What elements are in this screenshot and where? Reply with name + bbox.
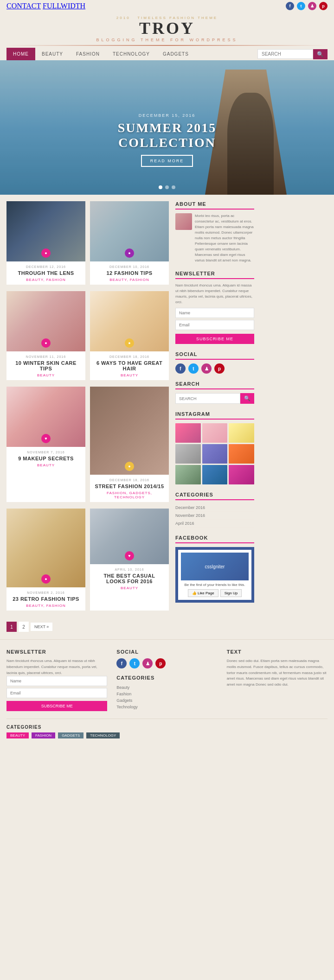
sidebar: ABOUT ME Morbi leo risus, porta ac conse… [175, 201, 254, 617]
post-title-3[interactable]: 10 WINTER SKIN CARE TIPS [10, 360, 82, 371]
instagram-thumb-8[interactable] [202, 465, 228, 484]
post-categories-8[interactable]: BEAUTY [94, 586, 165, 590]
instagram-thumb-5[interactable] [202, 444, 228, 464]
sidebar-newsletter-text: Nam tincidunt rhoncus uma. Aliquam id ma… [175, 283, 254, 305]
sidebar-pinterest-icon[interactable]: p [214, 363, 225, 374]
post-title-6[interactable]: STREET FASHION 2014/15 [94, 484, 165, 489]
post-date-1: DECEMBER 12, 2016 [10, 265, 82, 268]
post-title-5[interactable]: 9 MAKEUP SECRETS [10, 456, 82, 461]
footer-social-categories-section: SOCIAL f t ♟ p CATEGORIES Beauty Fashion… [116, 649, 217, 711]
post-categories-2[interactable]: BEAUTY, FASHION [94, 278, 165, 282]
instagram-thumb-7[interactable] [175, 465, 201, 484]
sidebar-subscribe-button[interactable]: SUBSCRIBE ME [175, 334, 254, 344]
page-1[interactable]: 1 [6, 622, 17, 632]
footer-grid: NEWSLETTER Nam tincidunt rhoncus uma. Al… [6, 649, 328, 711]
sidebar-twitter-icon[interactable]: t [188, 363, 199, 374]
footer-cat-technology[interactable]: Technology [116, 704, 217, 710]
post-categories-4[interactable]: BEAUTY [94, 373, 165, 377]
post-meta-5: NOVEMBER 7, 2016 9 MAKEUP SECRETS BEAUTY [6, 447, 85, 470]
sidebar-instagram-icon[interactable]: ♟ [201, 363, 212, 374]
sidebar-search-input[interactable] [175, 393, 240, 404]
nav-fashion[interactable]: FASHION [70, 48, 106, 60]
post-categories-6[interactable]: FASHION, GADGETS, TECHNOLOGY [94, 491, 165, 499]
post-card-3: ● NOVEMBER 11, 2016 10 WINTER SKIN CARE … [6, 291, 85, 380]
nav-search-button[interactable]: 🔍 [313, 49, 328, 59]
footer-tag-technology[interactable]: TECHNOLOGY [86, 732, 120, 738]
post-categories-1[interactable]: BEAUTY, FASHION [10, 278, 82, 282]
footer-newsletter-email[interactable] [6, 688, 107, 698]
nav-beauty[interactable]: BEAUTY [35, 48, 70, 60]
footer-twitter-icon[interactable]: t [129, 658, 140, 668]
footer-cat-beauty[interactable]: Beauty [116, 684, 217, 691]
footer-subscribe-button[interactable]: SUBSCRIBE ME [6, 701, 107, 711]
footer: NEWSLETTER Nam tincidunt rhoncus uma. Al… [0, 639, 334, 745]
pagination: 1 2 NEXT » [0, 617, 334, 639]
post-title-2[interactable]: 12 FASHION TIPS [94, 270, 165, 276]
page-2[interactable]: 2 [19, 622, 29, 632]
sidebar-about: ABOUT ME Morbi leo risus, porta ac conse… [175, 201, 254, 263]
post-categories-5[interactable]: BEAUTY [10, 463, 82, 467]
category-item-dec[interactable]: December 2016 [175, 504, 254, 512]
footer-tag-gadgets[interactable]: GADGETS [58, 732, 84, 738]
sidebar-facebook-icon[interactable]: f [175, 363, 186, 374]
post-title-8[interactable]: THE BEST CASUAL LOOKS FOR 2016 [94, 573, 165, 584]
categories-list: December 2016 November 2016 April 2016 [175, 504, 254, 528]
instagram-thumb-3[interactable] [229, 423, 254, 443]
post-title-4[interactable]: 6 WAYS TO HAVE GREAT HAIR [94, 360, 165, 371]
nav-gadgets[interactable]: GADGETS [156, 48, 195, 60]
post-title-7[interactable]: 23 RETRO FASHION TIPS [10, 596, 82, 602]
sidebar-newsletter-email[interactable] [175, 320, 254, 330]
post-card-5: ♥ NOVEMBER 7, 2016 9 MAKEUP SECRETS BEAU… [6, 387, 85, 502]
post-icon-phone-7: ● [41, 574, 51, 584]
footer-tag-beauty[interactable]: BEAUTY [6, 732, 29, 738]
pinterest-social-icon[interactable]: p [319, 2, 328, 10]
post-date-3: NOVEMBER 11, 2016 [10, 355, 82, 358]
post-icon-camera-2: ● [125, 248, 134, 258]
main-nav: HOME BEAUTY FASHION TECHNOLOGY GADGETS 🔍 [0, 48, 334, 60]
sidebar-newsletter-name[interactable] [175, 308, 254, 318]
facebook-like-button[interactable]: 👍 Like Page [188, 589, 218, 597]
post-icon-camera-1: ● [41, 248, 51, 258]
facebook-social-icon[interactable]: f [286, 2, 294, 10]
facebook-signup-button[interactable]: Sign Up [220, 589, 242, 597]
hero-read-more-button[interactable]: READ MORE [141, 155, 193, 167]
top-bar-links: CONTACT FULLWIDTH [6, 2, 85, 10]
hero-dot-1[interactable] [159, 185, 162, 189]
nav-search-input[interactable] [257, 49, 313, 59]
fullwidth-link[interactable]: FULLWIDTH [43, 2, 85, 10]
footer-cat-gadgets[interactable]: Gadgets [116, 697, 217, 704]
sidebar-search-title: SEARCH [175, 381, 254, 389]
footer-facebook-icon[interactable]: f [116, 658, 127, 668]
footer-social-icons: f t ♟ p [116, 658, 217, 668]
post-date-5: NOVEMBER 7, 2016 [10, 451, 82, 454]
instagram-social-icon[interactable]: ♟ [308, 2, 316, 10]
category-item-nov[interactable]: November 2016 [175, 512, 254, 520]
facebook-page-image: cssIgniter [181, 553, 249, 580]
post-date-6: DECEMBER 18, 2016 [94, 478, 165, 482]
footer-categories-title: CATEGORIES [116, 675, 217, 681]
footer-pinterest-icon[interactable]: p [155, 658, 166, 668]
footer-instagram-icon[interactable]: ♟ [142, 658, 153, 668]
footer-newsletter-name[interactable] [6, 676, 107, 686]
nav-technology[interactable]: TECHNOLOGY [106, 48, 156, 60]
site-logo[interactable]: TROY [0, 20, 334, 37]
category-item-apr[interactable]: April 2016 [175, 520, 254, 528]
contact-link[interactable]: CONTACT [6, 2, 41, 10]
post-categories-3[interactable]: BEAUTY [10, 373, 82, 377]
nav-home[interactable]: HOME [6, 48, 35, 60]
pagination-next[interactable]: NEXT » [31, 623, 52, 631]
instagram-thumb-2[interactable] [202, 423, 228, 443]
post-title-1[interactable]: THROUGH THE LENS [10, 270, 82, 276]
footer-tag-fashion[interactable]: FASHION [32, 732, 55, 738]
instagram-thumb-4[interactable] [175, 444, 201, 464]
hero-dot-2[interactable] [165, 185, 169, 189]
instagram-thumb-6[interactable] [229, 444, 254, 464]
twitter-social-icon[interactable]: t [297, 2, 305, 10]
instagram-thumb-9[interactable] [229, 465, 254, 484]
instagram-thumb-1[interactable] [175, 423, 201, 443]
hero-dot-3[interactable] [172, 185, 175, 189]
footer-cat-fashion[interactable]: Fashion [116, 691, 217, 697]
post-categories-7[interactable]: BEAUTY, FASHION [10, 604, 82, 608]
hero-title: SUMMER 2015 COLLECTION [74, 121, 260, 150]
sidebar-search-button[interactable]: 🔍 [240, 393, 254, 404]
